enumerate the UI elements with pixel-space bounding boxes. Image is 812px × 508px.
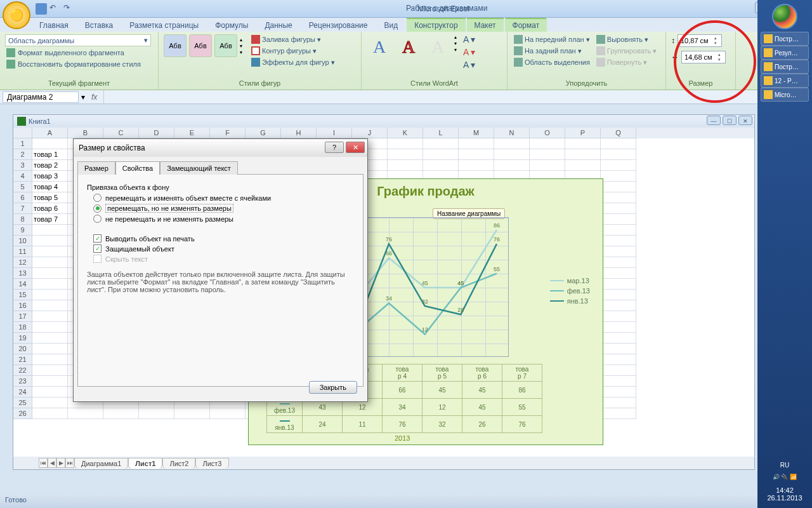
language-indicator[interactable]: RU (778, 459, 792, 471)
cell[interactable] (601, 257, 636, 268)
row-header[interactable]: 26 (13, 408, 32, 419)
row-header[interactable]: 4 (13, 171, 32, 182)
chart-element-selector[interactable]: Область диаграммы▾ (5, 34, 151, 46)
name-box[interactable]: Диаграмма 2 (3, 91, 79, 103)
tab-Конструктор[interactable]: Конструктор (407, 18, 465, 32)
style-gallery-more[interactable]: ▾ (240, 50, 242, 55)
cell[interactable] (423, 160, 459, 171)
legend-item[interactable]: фев.13 (550, 287, 590, 295)
sheet-tab[interactable]: Лист1 (128, 458, 162, 469)
cell[interactable] (32, 268, 68, 279)
row-header[interactable]: 1 (13, 138, 32, 149)
cell[interactable] (530, 149, 565, 160)
cell[interactable] (601, 376, 636, 387)
cell[interactable] (32, 311, 68, 322)
cell[interactable] (32, 257, 68, 268)
taskbar-item[interactable]: Постр… (761, 60, 809, 74)
row-header[interactable]: 23 (13, 376, 32, 387)
row-header[interactable]: 13 (13, 268, 32, 279)
redo-icon[interactable]: ↷ (63, 3, 75, 15)
cell[interactable] (601, 192, 636, 203)
col-header[interactable]: B (68, 128, 103, 138)
cell[interactable] (32, 322, 68, 333)
cell[interactable] (601, 149, 636, 160)
row-header[interactable]: 22 (13, 365, 32, 376)
row-header[interactable]: 25 (13, 398, 32, 408)
check-locked[interactable]: Защищаемый объект (93, 244, 354, 253)
col-header[interactable]: Q (601, 128, 636, 138)
taskbar-item[interactable]: Резул… (761, 46, 809, 60)
tab-Формат[interactable]: Формат (505, 18, 547, 32)
sheet-tab[interactable]: Диаграмма1 (74, 458, 128, 469)
cell[interactable] (530, 138, 565, 149)
shape-outline-button[interactable]: Контур фигуры ▾ (250, 46, 336, 56)
cell[interactable] (494, 160, 530, 171)
shape-width-input[interactable]: 14,68 см▴▾ (681, 51, 726, 64)
tab-Вставка[interactable]: Вставка (77, 19, 121, 32)
cell[interactable] (423, 138, 459, 149)
cell[interactable] (32, 300, 68, 311)
selection-pane-button[interactable]: Область выделения (513, 57, 591, 67)
cell[interactable] (494, 138, 530, 149)
cell[interactable] (32, 279, 68, 290)
taskbar-item[interactable]: Постр… (761, 32, 809, 46)
check-hide-text[interactable]: Скрыть текст (93, 255, 354, 263)
format-selection-button[interactable]: Формат выделенного фрагмента (5, 48, 126, 58)
cell[interactable]: товар 3 (32, 171, 68, 182)
cell[interactable] (32, 387, 68, 398)
cell[interactable] (103, 408, 139, 419)
system-clock[interactable]: 14:42 26.11.2013 (767, 483, 802, 508)
row-header[interactable]: 10 (13, 236, 32, 246)
cell[interactable] (423, 149, 459, 160)
legend-item[interactable]: янв.13 (550, 297, 590, 305)
taskbar-item[interactable]: 12 - Р… (761, 74, 809, 88)
cell[interactable] (210, 408, 246, 419)
wb-maximize[interactable]: ☐ (723, 116, 737, 125)
col-header[interactable]: H (281, 128, 317, 138)
cell[interactable] (459, 149, 494, 160)
shape-fill-button[interactable]: Заливка фигуры ▾ (250, 34, 336, 44)
align-button[interactable]: Выровнять ▾ (595, 34, 658, 44)
undo-icon[interactable]: ↶ (49, 3, 61, 15)
cell[interactable]: товар 6 (32, 203, 68, 214)
row-header[interactable]: 24 (13, 387, 32, 398)
shape-effects-button[interactable]: Эффекты для фигур ▾ (250, 57, 336, 67)
cell[interactable] (32, 365, 68, 376)
cell[interactable] (68, 408, 103, 419)
col-header[interactable]: P (565, 128, 601, 138)
col-header[interactable]: M (459, 128, 494, 138)
dialog-tab[interactable]: Размер (77, 161, 115, 175)
cell[interactable] (601, 322, 636, 333)
cell[interactable] (459, 160, 494, 171)
radio-nomove-nosize[interactable]: не перемещать и не изменять размеры (93, 215, 354, 223)
cell[interactable] (601, 225, 636, 236)
shape-style-3[interactable]: Абв (214, 34, 237, 57)
save-icon[interactable] (36, 3, 47, 15)
cell[interactable] (601, 279, 636, 290)
fx-label[interactable]: fx (85, 93, 103, 102)
col-header[interactable]: O (530, 128, 565, 138)
send-back-button[interactable]: На задний план ▾ (513, 46, 591, 56)
cell[interactable] (601, 203, 636, 214)
office-button[interactable]: 🟡 (3, 1, 30, 29)
select-all-corner[interactable] (13, 128, 32, 138)
cell[interactable]: товар 1 (32, 149, 68, 160)
cell[interactable] (601, 290, 636, 300)
row-header[interactable]: 5 (13, 182, 32, 192)
col-header[interactable]: K (388, 128, 423, 138)
cell[interactable] (32, 398, 68, 408)
cell[interactable] (32, 246, 68, 257)
dialog-close-x[interactable]: ✕ (346, 142, 365, 153)
taskbar-item[interactable]: Micro… (761, 88, 809, 102)
cell[interactable] (601, 354, 636, 365)
dialog-close-button[interactable]: Закрыть (309, 381, 357, 394)
row-header[interactable]: 18 (13, 322, 32, 333)
radio-move-nosize[interactable]: перемещать, но не изменять размеры (93, 204, 354, 213)
style-gallery-down[interactable]: ▾ (240, 43, 242, 49)
sheet-nav-last[interactable]: ⏭ (65, 458, 74, 468)
cell[interactable] (601, 182, 636, 192)
cell[interactable] (601, 300, 636, 311)
cell[interactable] (601, 268, 636, 279)
cell[interactable] (601, 214, 636, 225)
cell[interactable] (32, 344, 68, 354)
